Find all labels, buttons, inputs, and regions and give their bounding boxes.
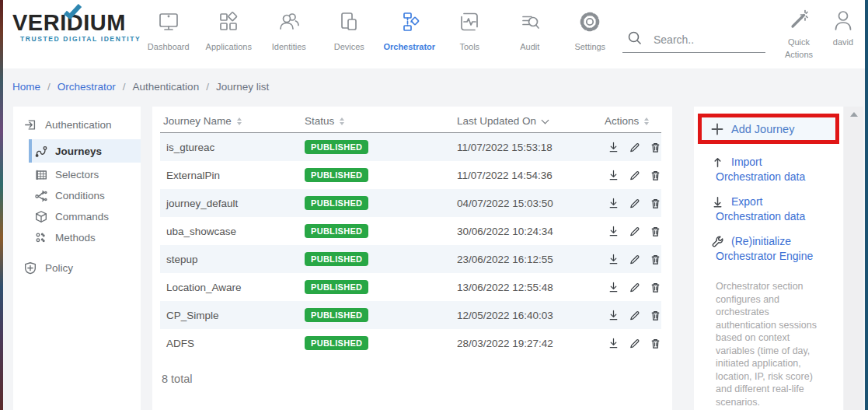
table-row[interactable]: uba_showcase PUBLISHED 30/06/2022 10:24:… (160, 217, 661, 245)
status-badge: PUBLISHED (305, 224, 368, 238)
sidebar-item-selectors[interactable]: Selectors (29, 164, 141, 185)
table-row[interactable]: journey_default PUBLISHED 04/07/2022 15:… (160, 189, 661, 217)
table-row[interactable]: ADFS PUBLISHED 28/03/2022 19:27:42 (160, 329, 661, 357)
edit-pencil-icon[interactable] (627, 196, 641, 210)
scroll-up-arrow-icon[interactable] (850, 112, 858, 117)
edit-pencil-icon[interactable] (627, 336, 641, 350)
breadcrumb-orchestrator[interactable]: Orchestrator (58, 81, 116, 93)
breadcrumb-journey-list: Journey list (216, 81, 269, 93)
monitor-icon (157, 8, 180, 36)
quick-actions-button[interactable]: Quick Actions (776, 8, 821, 61)
nav-item-identities[interactable]: Identities (259, 8, 319, 51)
upload-arrow-icon (711, 156, 724, 169)
status-badge: PUBLISHED (305, 280, 368, 294)
download-icon[interactable] (606, 336, 620, 350)
download-icon[interactable] (606, 224, 620, 238)
branch-icon (34, 189, 48, 203)
magic-wand-icon (787, 8, 810, 31)
delete-trash-icon[interactable] (648, 252, 662, 266)
export-orchestration-link[interactable]: Export Orchestration data (711, 194, 843, 223)
journey-name: Location_Aware (160, 282, 305, 293)
search-input[interactable] (654, 33, 755, 46)
user-avatar-icon (832, 9, 854, 31)
edit-pencil-icon[interactable] (627, 308, 641, 322)
table-row[interactable]: stepup PUBLISHED 23/06/2022 16:12:55 (160, 245, 661, 273)
wrench-icon (711, 235, 724, 248)
status-badge: PUBLISHED (305, 308, 368, 322)
nav-item-applications[interactable]: Applications (199, 8, 260, 51)
download-icon[interactable] (606, 252, 620, 266)
status-badge: PUBLISHED (305, 168, 368, 182)
last-updated: 04/07/2022 15:03:50 (457, 198, 605, 209)
download-icon[interactable] (606, 140, 620, 154)
status-badge: PUBLISHED (305, 196, 368, 210)
sort-icon (237, 117, 242, 125)
panel-scrollbar[interactable] (844, 107, 863, 410)
edit-pencil-icon[interactable] (627, 252, 641, 266)
login-arrow-icon (23, 117, 37, 131)
delete-trash-icon[interactable] (648, 280, 662, 294)
username-label: david (833, 36, 853, 48)
nav-item-tools[interactable]: Tools (440, 8, 500, 51)
nav-item-devices[interactable]: Devices (319, 8, 380, 51)
cube-icon (34, 210, 48, 224)
column-header-actions[interactable]: Actions (605, 115, 661, 127)
table-row[interactable]: CP_Simple PUBLISHED 12/05/2022 16:40:03 (160, 301, 661, 329)
sidebar-item-conditions[interactable]: Conditions (29, 185, 141, 206)
flowchart-icon (398, 8, 421, 36)
breadcrumb-home[interactable]: Home (12, 81, 40, 93)
user-menu[interactable]: david (824, 9, 863, 48)
edit-pencil-icon[interactable] (627, 280, 641, 294)
column-header-last-updated[interactable]: Last Updated On (457, 115, 605, 127)
reinitialize-engine-link[interactable]: (Re)initialize Orchestrator Engine (711, 234, 843, 263)
background-window-sliver-left (0, 0, 3, 410)
gear-icon (578, 8, 601, 36)
last-updated: 13/06/2022 12:55:48 (457, 282, 605, 293)
sidebar-item-authentication[interactable]: Authentication (13, 113, 141, 136)
table-row[interactable]: is_gtureac PUBLISHED 11/07/2022 15:53:18 (160, 133, 661, 161)
delete-trash-icon[interactable] (648, 224, 662, 238)
nav-item-dashboard[interactable]: Dashboard (138, 8, 199, 51)
table-row[interactable]: Location_Aware PUBLISHED 13/06/2022 12:5… (160, 273, 661, 301)
journey-name: journey_default (160, 198, 305, 209)
delete-trash-icon[interactable] (648, 196, 662, 210)
status-badge: PUBLISHED (305, 336, 368, 350)
app-squares-icon (217, 8, 240, 36)
last-updated: 11/07/2022 15:53:18 (457, 142, 605, 153)
last-updated: 28/03/2022 19:27:42 (457, 338, 605, 349)
edit-pencil-icon[interactable] (627, 168, 641, 182)
authentication-submenu: Journeys Selectors Conditions Commands M… (29, 139, 141, 248)
nav-item-orchestrator[interactable]: Orchestrator (379, 8, 440, 51)
add-journey-button[interactable]: Add Journey (698, 114, 839, 144)
download-icon[interactable] (606, 168, 620, 182)
veridium-logo[interactable]: VERIDIUM TRUSTED DIGITAL IDENTITY (12, 11, 141, 43)
sidebar-item-methods[interactable]: Methods (29, 227, 141, 248)
delete-trash-icon[interactable] (648, 140, 662, 154)
table-row[interactable]: ExternalPin PUBLISHED 11/07/2022 14:54:3… (160, 161, 661, 189)
sidebar-item-policy[interactable]: Policy (13, 256, 141, 279)
sort-icon (644, 117, 649, 125)
pulse-square-icon (458, 8, 481, 36)
sidebar-item-commands[interactable]: Commands (29, 206, 141, 227)
download-icon[interactable] (606, 308, 620, 322)
download-icon[interactable] (606, 196, 620, 210)
nav-item-audit[interactable]: Audit (500, 8, 560, 51)
journey-name: uba_showcase (160, 226, 305, 237)
quick-actions-label: Quick Actions (785, 36, 813, 61)
nav-item-settings[interactable]: Settings (560, 8, 621, 51)
sidebar-item-journeys[interactable]: Journeys (29, 139, 141, 163)
plus-icon (711, 123, 723, 135)
download-icon[interactable] (606, 280, 620, 294)
main-nav: Dashboard Applications Identities Device… (138, 8, 620, 51)
journey-name: is_gtureac (160, 142, 305, 153)
top-navigation-bar: VERIDIUM TRUSTED DIGITAL IDENTITY Dashbo… (3, 0, 865, 68)
edit-pencil-icon[interactable] (627, 224, 641, 238)
column-header-status[interactable]: Status (305, 115, 457, 127)
breadcrumb: Home / Orchestrator / Authentication / J… (3, 68, 865, 105)
delete-trash-icon[interactable] (648, 168, 662, 182)
column-header-journey-name[interactable]: Journey Name (160, 115, 305, 127)
delete-trash-icon[interactable] (648, 336, 662, 350)
delete-trash-icon[interactable] (648, 308, 662, 322)
import-orchestration-link[interactable]: Import Orchestration data (711, 155, 843, 184)
edit-pencil-icon[interactable] (627, 140, 641, 154)
